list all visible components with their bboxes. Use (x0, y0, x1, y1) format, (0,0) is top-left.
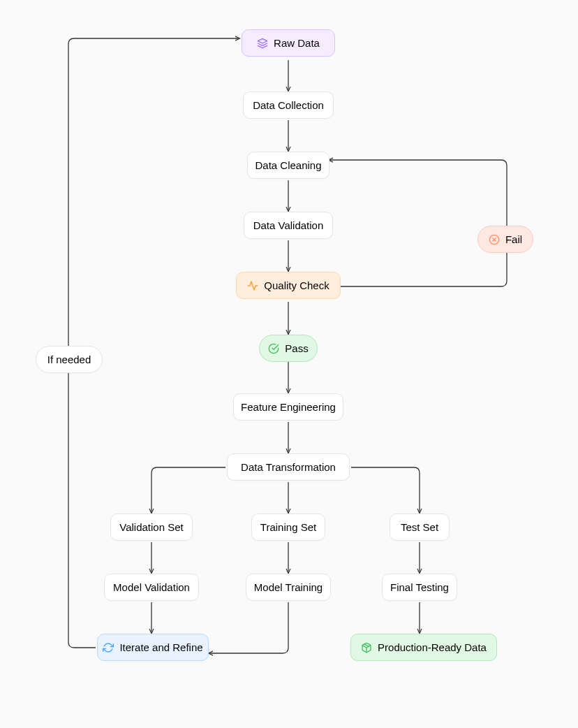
node-feature-engineering: Feature Engineering (233, 393, 343, 421)
node-model-training: Model Training (246, 574, 331, 601)
check-circle-icon (268, 343, 279, 354)
node-label: Production-Ready Data (378, 641, 487, 653)
node-raw-data: Raw Data (242, 29, 335, 57)
node-label: Quality Check (264, 279, 329, 291)
node-label: Data Transformation (241, 461, 336, 473)
node-data-cleaning: Data Cleaning (247, 152, 329, 179)
node-label: Final Testing (390, 581, 449, 593)
node-label: Data Collection (253, 99, 324, 111)
node-iterate-refine: Iterate and Refine (97, 634, 209, 661)
node-if-needed: If needed (36, 346, 103, 373)
node-data-transformation: Data Transformation (227, 453, 350, 481)
node-label: If needed (47, 354, 91, 365)
node-training-set: Training Set (251, 514, 325, 541)
node-label: Feature Engineering (241, 401, 336, 413)
node-quality-check: Quality Check (236, 272, 341, 299)
layers-icon (257, 38, 268, 49)
node-data-collection: Data Collection (243, 92, 334, 119)
node-label: Data Cleaning (255, 159, 321, 171)
node-label: Training Set (260, 521, 316, 533)
node-label: Raw Data (274, 37, 320, 49)
svg-line-4 (364, 643, 369, 646)
node-label: Model Validation (113, 581, 190, 593)
node-fail: Fail (477, 226, 533, 253)
node-label: Validation Set (119, 521, 183, 533)
activity-icon (247, 280, 258, 291)
node-model-validation: Model Validation (104, 574, 199, 601)
node-label: Test Set (401, 521, 438, 533)
node-label: Data Validation (253, 219, 324, 231)
node-data-validation: Data Validation (244, 212, 333, 239)
svg-marker-0 (258, 38, 267, 43)
node-label: Model Training (254, 581, 323, 593)
node-label: Pass (285, 342, 308, 354)
node-production-ready: Production-Ready Data (350, 634, 497, 661)
refresh-icon (103, 642, 114, 653)
node-final-testing: Final Testing (382, 574, 457, 601)
node-label: Iterate and Refine (119, 641, 202, 653)
node-validation-set: Validation Set (110, 514, 193, 541)
x-circle-icon (489, 234, 500, 245)
node-label: Fail (505, 233, 522, 245)
node-test-set: Test Set (390, 514, 450, 541)
node-pass: Pass (259, 335, 318, 362)
package-icon (361, 642, 372, 653)
